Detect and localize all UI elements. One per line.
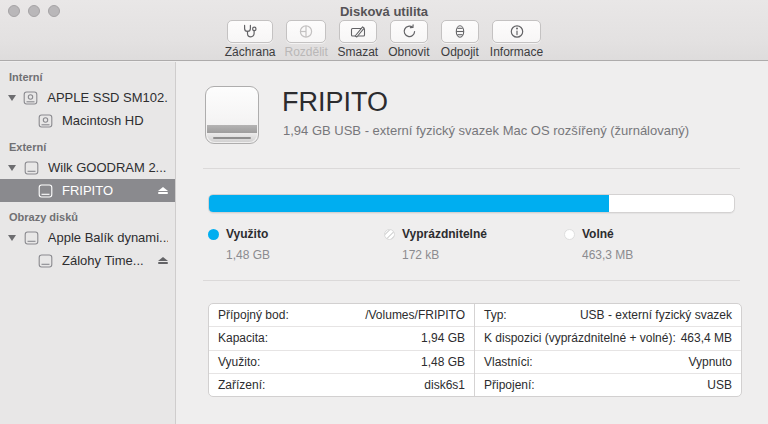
legend-label: Využito (226, 227, 268, 241)
sidebar-item-macintosh-hd[interactable]: Macintosh HD (0, 109, 175, 132)
table-row: K dispozici (vyprázdnitelné + volné): 46… (475, 326, 741, 349)
unmount-icon (441, 20, 479, 43)
legend-value: 1,48 GB (226, 248, 270, 262)
unmount-button[interactable]: Odpojit (438, 20, 482, 59)
disclosure-triangle-icon[interactable] (5, 235, 19, 241)
sidebar-section-disk-images: Obrazy disků (9, 211, 175, 223)
sidebar-item-apple-balik[interactable]: Apple Balík dynami... (0, 226, 175, 249)
toolbar-label: Informace (489, 45, 544, 59)
legend-purgeable: Vyprázdnitelné 172 kB (384, 227, 487, 262)
sidebar-section-external: Externí (9, 141, 175, 153)
toolbar-label: Smazat (337, 45, 380, 59)
sidebar-item-label: Wilk GOODRAM 2... (48, 160, 166, 175)
partition-icon (286, 20, 325, 43)
disclosure-triangle-icon[interactable] (5, 95, 18, 101)
internal-volume-icon (38, 114, 53, 128)
sidebar-item-label: APPLE SSD SM102... (47, 90, 168, 105)
table-row: Využito: 1,48 GB (209, 350, 474, 373)
external-disk-icon (24, 161, 39, 175)
table-row: Připojení: USB (475, 373, 741, 396)
external-volume-icon (38, 184, 53, 198)
first-aid-icon (227, 20, 274, 43)
legend-used: Využito 1,48 GB (208, 227, 270, 262)
sidebar-item-wilk-goodram[interactable]: Wilk GOODRAM 2... (0, 156, 175, 179)
toolbar-label: Rozdělit (283, 45, 328, 59)
eject-icon[interactable] (158, 187, 168, 195)
table-row: Přípojný bod: /Volumes/FRIPITO (209, 304, 474, 326)
toolbar-label: Obnovit (387, 45, 430, 59)
table-row: Zařízení: disk6s1 (209, 373, 474, 396)
free-swatch-icon (564, 229, 575, 240)
disk-image-volume-icon (38, 254, 53, 268)
usage-bar (208, 194, 735, 213)
main-pane: FRIPITO 1,94 GB USB - externí fyzický sv… (177, 62, 768, 424)
sidebar-section-internal: Interní (9, 71, 175, 83)
volume-subtitle: 1,94 GB USB - externí fyzický svazek Mac… (283, 123, 689, 138)
legend-value: 172 kB (402, 248, 487, 262)
sidebar-item-label: Zálohy Time... (62, 253, 144, 268)
partition-button: Rozdělit (283, 20, 328, 59)
toolbar: Záchrana Rozdělit (0, 20, 768, 59)
table-row: Vlastníci: Vypnuto (475, 350, 741, 373)
usage-bar-used-segment (209, 195, 609, 212)
erase-icon (339, 20, 377, 43)
restore-button[interactable]: Obnovit (387, 20, 431, 59)
purgeable-swatch-icon (384, 229, 395, 240)
legend-value: 463,3 MB (582, 248, 633, 262)
toolbar-label: Odpojit (440, 45, 480, 59)
sidebar: Interní APPLE SSD SM102... (0, 62, 176, 424)
toolbar-label: Záchrana (224, 45, 277, 59)
internal-disk-icon (23, 91, 38, 105)
divider (203, 280, 740, 281)
used-swatch-icon (208, 229, 219, 240)
legend-label: Vyprázdnitelné (402, 227, 487, 241)
window-title: Disková utilita (0, 4, 768, 19)
first-aid-button[interactable]: Záchrana (224, 20, 277, 59)
sidebar-item-label: Apple Balík dynami... (48, 230, 168, 245)
sidebar-item-label: FRIPITO (62, 183, 113, 198)
titlebar: Disková utilita Záchrana (0, 0, 768, 61)
volume-title: FRIPITO (282, 87, 388, 118)
restore-icon (390, 20, 428, 43)
info-icon (492, 20, 541, 43)
legend-free: Volné 463,3 MB (564, 227, 633, 262)
sidebar-item-zalohy-time[interactable]: Zálohy Time... (0, 249, 175, 272)
external-drive-icon (205, 86, 259, 144)
sidebar-item-fripito[interactable]: FRIPITO (0, 179, 175, 202)
table-row: Typ: USB - externí fyzický svazek (475, 304, 741, 326)
divider (203, 168, 740, 169)
disk-utility-window: Disková utilita Záchrana (0, 0, 768, 424)
info-button[interactable]: Informace (489, 20, 544, 59)
disk-image-icon (24, 231, 39, 245)
disclosure-triangle-icon[interactable] (5, 165, 19, 171)
sidebar-item-label: Macintosh HD (62, 113, 144, 128)
eject-icon[interactable] (158, 257, 168, 265)
details-table: Přípojný bod: /Volumes/FRIPITO Kapacita:… (208, 303, 742, 397)
erase-button[interactable]: Smazat (336, 20, 380, 59)
table-row: Kapacita: 1,94 GB (209, 326, 474, 349)
legend-label: Volné (582, 227, 614, 241)
sidebar-item-apple-ssd[interactable]: APPLE SSD SM102... (0, 86, 175, 109)
